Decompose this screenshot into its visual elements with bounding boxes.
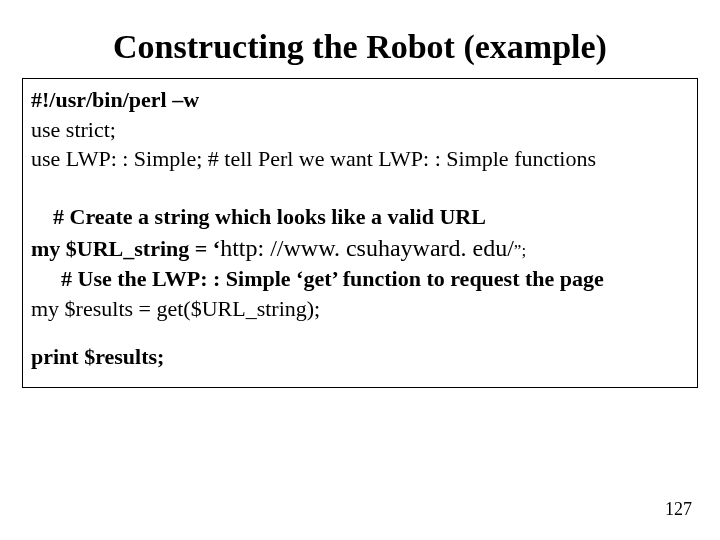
code-line-url-assign: my $URL_string = ‘http: //www. csuhaywar… — [31, 232, 689, 264]
code-comment-use-get: # Use the LWP: : Simple ‘get’ function t… — [31, 264, 689, 294]
code-fragment-close: ”; — [514, 241, 526, 260]
code-line-use-strict: use strict; — [31, 115, 689, 145]
code-box: #!/usr/bin/perl –w use strict; use LWP: … — [22, 78, 698, 388]
code-fragment-my-url: my $URL_string = ‘ — [31, 236, 220, 261]
page-number: 127 — [665, 499, 692, 520]
code-line-use-lwp: use LWP: : Simple; # tell Perl we want L… — [31, 144, 689, 174]
code-line-print: print $results; — [31, 342, 689, 372]
slide-title: Constructing the Robot (example) — [0, 0, 720, 78]
code-line-shebang: #!/usr/bin/perl –w — [31, 85, 689, 115]
slide: Constructing the Robot (example) #!/usr/… — [0, 0, 720, 540]
spacer — [31, 324, 689, 342]
spacer — [31, 174, 689, 202]
code-line-results: my $results = get($URL_string); — [31, 294, 689, 324]
code-comment-create-string: # Create a string which looks like a val… — [31, 202, 689, 232]
code-fragment-url: http: //www. csuhayward. edu/ — [220, 235, 514, 261]
